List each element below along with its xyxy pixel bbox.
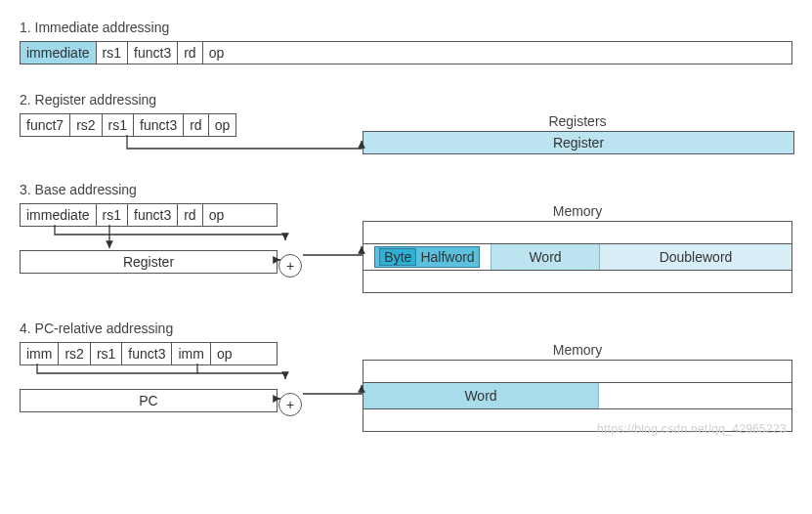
field-rs1: rs1 <box>103 114 134 136</box>
instr-fields-base: immediate rs1 funct3 rd op <box>20 203 278 227</box>
pc-word-cell: Word <box>363 383 599 408</box>
field-op: op <box>203 204 231 226</box>
watermark: https://blog.csdn.net/qq_42965223 <box>597 422 787 436</box>
title-register: 2. Register addressing <box>20 92 792 107</box>
field-immediate: immediate <box>21 204 97 226</box>
byte-cell: Byte <box>379 248 416 266</box>
field-rd: rd <box>178 204 202 226</box>
section-register: 2. Register addressing funct7 rs2 rs1 fu… <box>20 92 792 154</box>
memory-label-pcrel: Memory <box>363 342 792 358</box>
field-funct3: funct3 <box>134 114 184 136</box>
field-rs1: rs1 <box>97 42 128 64</box>
field-rd: rd <box>178 42 202 64</box>
halfword-label: Halfword <box>420 249 474 265</box>
field-immediate: immediate <box>21 42 97 64</box>
doubleword-cell: Doubleword <box>600 244 791 270</box>
title-immediate: 1. Immediate addressing <box>20 20 792 35</box>
adder-icon: + <box>278 254 302 278</box>
instr-fields-register: funct7 rs2 rs1 funct3 rd op <box>20 113 236 137</box>
field-rs1: rs1 <box>97 204 128 226</box>
memory-box-base: Byte Halfword Word Doubleword <box>363 221 792 293</box>
field-op: op <box>209 114 236 136</box>
field-op: op <box>211 343 238 364</box>
section-pcrel: 4. PC-relative addressing imm rs2 rs1 fu… <box>20 321 792 432</box>
field-imm-lo: imm <box>172 343 210 364</box>
title-pcrel: 4. PC-relative addressing <box>20 321 792 336</box>
field-rs2: rs2 <box>70 114 102 136</box>
memory-label-base: Memory <box>363 203 792 219</box>
field-funct3: funct3 <box>122 343 172 364</box>
title-base: 3. Base addressing <box>20 182 792 197</box>
field-funct3: funct3 <box>128 204 178 226</box>
base-register-box: Register <box>20 250 278 274</box>
pc-mem-blank <box>599 383 791 408</box>
registers-label: Registers <box>363 113 792 129</box>
halfword-cell: Byte Halfword <box>374 246 479 268</box>
instr-fields-pcrel: imm rs2 rs1 funct3 imm op <box>20 342 278 365</box>
field-funct3: funct3 <box>128 42 178 64</box>
field-rs1: rs1 <box>91 343 122 364</box>
section-base: 3. Base addressing immediate rs1 funct3 … <box>20 182 792 293</box>
memory-box-pcrel: Word <box>363 360 792 432</box>
section-immediate: 1. Immediate addressing immediate rs1 fu… <box>20 20 792 64</box>
register-box: Register <box>363 131 794 154</box>
word-cell: Word <box>491 244 600 270</box>
instr-fields-immediate: immediate rs1 funct3 rd op <box>20 41 792 64</box>
adder-icon-pc: + <box>278 393 302 416</box>
field-funct7: funct7 <box>21 114 70 136</box>
field-rs2: rs2 <box>59 343 90 364</box>
pc-box: PC <box>20 389 278 412</box>
field-rd: rd <box>184 114 208 136</box>
field-op: op <box>203 42 231 64</box>
field-imm-hi: imm <box>21 343 59 364</box>
